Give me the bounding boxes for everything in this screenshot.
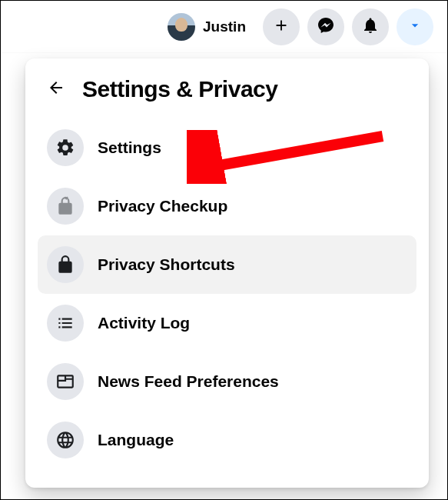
menu-item-settings[interactable]: Settings	[38, 118, 416, 177]
back-button[interactable]	[41, 74, 71, 105]
create-button[interactable]	[263, 8, 300, 45]
panel-header: Settings & Privacy	[33, 71, 421, 115]
gear-icon	[47, 129, 84, 166]
arrow-left-icon	[47, 78, 65, 100]
menu-item-label: Privacy Shortcuts	[98, 255, 235, 274]
globe-icon	[47, 422, 84, 458]
settings-privacy-panel: Settings & Privacy Settings Privacy Chec…	[25, 58, 429, 488]
avatar	[168, 13, 195, 41]
menu-item-language[interactable]: Language	[38, 411, 416, 469]
lock-heart-icon	[47, 188, 84, 225]
bell-icon	[361, 16, 380, 38]
messenger-button[interactable]	[307, 8, 344, 45]
profile-button[interactable]: Justin	[164, 10, 255, 44]
menu-item-news-feed-preferences[interactable]: News Feed Preferences	[38, 352, 416, 411]
panel-title: Settings & Privacy	[82, 76, 277, 102]
plus-icon	[273, 17, 290, 37]
messenger-icon	[317, 16, 335, 38]
notifications-button[interactable]	[352, 8, 389, 45]
account-menu-button[interactable]	[397, 8, 433, 45]
menu-item-label: News Feed Preferences	[98, 372, 279, 391]
menu-item-label: Settings	[98, 138, 161, 157]
list-icon	[47, 305, 84, 342]
menu-item-label: Language	[98, 431, 174, 449]
menu-item-privacy-checkup[interactable]: Privacy Checkup	[38, 177, 416, 235]
menu-item-label: Activity Log	[98, 314, 190, 332]
profile-name: Justin	[203, 18, 246, 35]
lock-icon	[47, 246, 84, 283]
caret-down-icon	[407, 18, 423, 36]
top-bar: Justin	[1, 1, 447, 53]
menu-item-privacy-shortcuts[interactable]: Privacy Shortcuts	[38, 235, 416, 294]
menu-item-label: Privacy Checkup	[98, 197, 227, 215]
feed-icon	[47, 363, 84, 400]
menu-item-activity-log[interactable]: Activity Log	[38, 294, 416, 352]
menu-list: Settings Privacy Checkup Privacy Shortcu…	[33, 115, 421, 472]
